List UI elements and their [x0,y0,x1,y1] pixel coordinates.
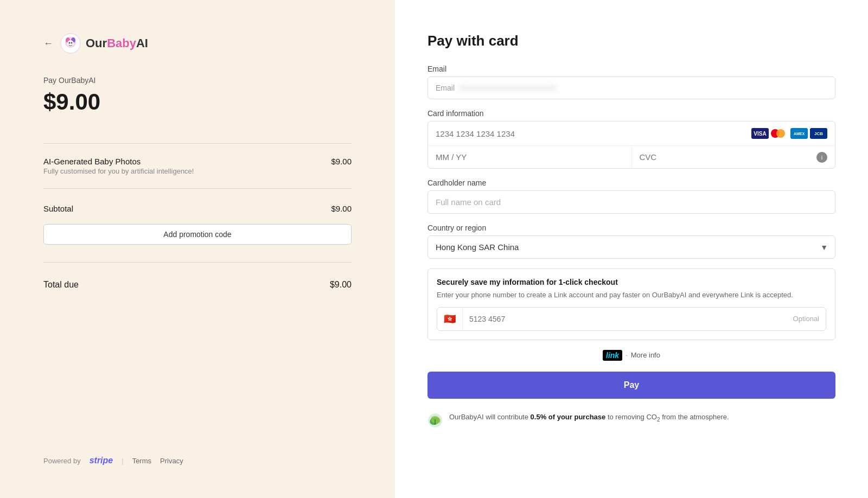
carbon-text: OurBabyAI will contribute 0.5% of your p… [449,412,729,424]
card-info-group: Card information VISA AMEX JCB [427,109,835,169]
total-row: Total due $9.00 [43,271,352,298]
divider-bottom [43,262,352,263]
cvc-wrapper: i [632,146,835,168]
left-panel: ← OurBabyAI Pay OurBabyAI $9.00 AI-Gener… [0,0,395,498]
powered-by-text: Powered by [43,457,81,465]
subtotal-label: Subtotal [43,204,73,213]
email-field-display[interactable]: Email [427,76,835,99]
back-arrow-icon[interactable]: ← [43,38,53,49]
visa-icon: VISA [751,128,769,139]
pay-label: Pay OurBabyAI [43,76,352,85]
carbon-notice: OurBabyAI will contribute 0.5% of your p… [427,412,835,428]
right-panel: Pay with card Email Email Card informati… [395,0,868,498]
more-info-link[interactable]: More info [631,351,660,359]
link-save-title: Securely save my information for 1-click… [437,278,826,286]
total-price: $9.00 [330,280,352,290]
cardholder-input[interactable] [427,190,835,214]
cvc-input[interactable] [640,152,813,162]
country-select-wrapper: Hong Kong SAR China United States United… [427,235,835,259]
email-blurred-value [459,85,557,91]
link-save-box: Securely save my information for 1-click… [427,269,835,340]
email-group: Email Email [427,65,835,99]
cardholder-label: Cardholder name [427,178,835,187]
country-group: Country or region Hong Kong SAR China Un… [427,224,835,259]
line-item-sublabel: Fully customised for you by artificial i… [43,167,194,175]
privacy-link[interactable]: Privacy [160,457,183,465]
phone-input-wrapper: 🇭🇰 Optional [437,307,826,331]
amount: $9.00 [43,89,352,115]
card-icons: VISA AMEX JCB [751,128,827,139]
stripe-logo: stripe [90,456,113,465]
pay-button[interactable]: Pay [427,372,835,399]
card-number-input[interactable] [436,129,747,138]
terms-link[interactable]: Terms [132,457,151,465]
card-info-box: VISA AMEX JCB i [427,121,835,169]
logo-area: ← OurBabyAI [43,33,352,54]
phone-flag[interactable]: 🇭🇰 [437,308,463,330]
expiry-input[interactable] [428,146,632,168]
svg-point-5 [69,42,71,44]
subtotal-row: Subtotal $9.00 [43,197,352,220]
link-logo: link [603,350,622,361]
country-select[interactable]: Hong Kong SAR China United States United… [427,235,835,259]
divider-top [43,143,352,144]
footer-separator: | [122,457,123,465]
mastercard-icon [771,128,788,139]
amex-icon: AMEX [790,128,808,139]
email-label-inline: Email [436,84,455,92]
svg-point-6 [71,42,73,44]
card-bottom-row: i [428,146,835,168]
email-label: Email [427,65,835,73]
phone-input[interactable] [463,309,787,329]
logo-icon [60,33,81,54]
subtotal-price: $9.00 [331,204,352,213]
cvc-icon: i [816,152,827,163]
jcb-icon: JCB [810,128,827,139]
cardholder-group: Cardholder name [427,178,835,214]
total-label: Total due [43,280,79,290]
line-item: AI-Generated Baby Photos Fully customise… [43,152,352,180]
link-save-desc: Enter your phone number to create a Link… [437,290,826,301]
page-title: Pay with card [427,33,835,49]
email-input-wrapper: Email [427,76,835,99]
carbon-leaf-icon [427,413,443,428]
country-label: Country or region [427,224,835,232]
add-promo-button[interactable]: Add promotion code [43,224,352,245]
line-item-label: AI-Generated Baby Photos [43,157,194,166]
divider-mid [43,188,352,189]
card-info-label: Card information [427,109,835,118]
logo-text: OurBabyAI [86,36,148,50]
phone-optional-label: Optional [787,309,826,328]
card-number-row: VISA AMEX JCB [428,122,835,146]
link-dot: · [626,351,628,359]
line-item-price: $9.00 [331,157,352,166]
link-footer: link · More info [427,350,835,361]
left-footer: Powered by stripe | Terms Privacy [43,456,352,465]
